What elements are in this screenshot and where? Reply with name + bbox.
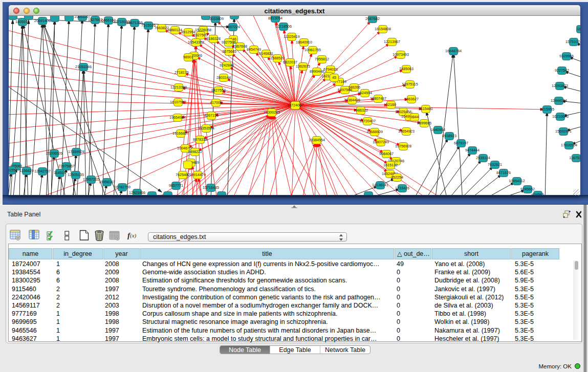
svg-text:17957265: 17957265 xyxy=(83,177,99,182)
svg-text:19166827: 19166827 xyxy=(172,131,189,136)
svg-text:114519: 114519 xyxy=(54,170,66,175)
svg-text:17016504: 17016504 xyxy=(561,143,577,147)
svg-text:9115460: 9115460 xyxy=(419,106,432,111)
svg-text:417006: 417006 xyxy=(210,100,222,105)
svg-text:62160: 62160 xyxy=(386,102,396,107)
svg-text:9857771: 9857771 xyxy=(169,183,183,188)
svg-text:18807249: 18807249 xyxy=(373,140,389,144)
svg-text:9329966: 9329966 xyxy=(559,54,574,58)
svg-text:9844: 9844 xyxy=(410,115,419,119)
svg-text:2087682: 2087682 xyxy=(365,16,380,21)
svg-text:16210643: 16210643 xyxy=(552,114,569,119)
svg-text:16782759: 16782759 xyxy=(114,185,130,189)
svg-text:12923466: 12923466 xyxy=(129,190,145,195)
svg-text:14136141: 14136141 xyxy=(372,183,388,187)
svg-text:924565: 924565 xyxy=(532,192,544,195)
svg-text:23975867: 23975867 xyxy=(58,164,75,168)
svg-text:20691406: 20691406 xyxy=(34,18,51,23)
svg-text:2718176: 2718176 xyxy=(175,70,189,75)
svg-text:20206526: 20206526 xyxy=(46,151,62,156)
svg-text:1640954: 1640954 xyxy=(431,127,445,132)
svg-text:16914479: 16914479 xyxy=(189,172,206,177)
svg-text:21364436: 21364436 xyxy=(344,98,360,102)
svg-text:7625402: 7625402 xyxy=(176,172,190,177)
svg-text:10654112: 10654112 xyxy=(509,179,525,183)
svg-text:8186328: 8186328 xyxy=(206,36,221,41)
svg-text:16671355: 16671355 xyxy=(126,20,143,25)
svg-text:45: 45 xyxy=(332,75,336,80)
svg-text:8990448: 8990448 xyxy=(310,69,324,74)
svg-text:18640910: 18640910 xyxy=(296,40,312,45)
svg-text:1588520: 1588520 xyxy=(270,56,285,60)
svg-text:6794028: 6794028 xyxy=(323,67,338,72)
svg-text:98901: 98901 xyxy=(183,55,193,59)
svg-text:12942737: 12942737 xyxy=(34,169,51,173)
svg-text:12505135: 12505135 xyxy=(68,172,84,177)
svg-text:1167533: 1167533 xyxy=(569,156,580,160)
svg-text:8938923: 8938923 xyxy=(442,134,456,138)
svg-text:3498222: 3498222 xyxy=(188,149,202,154)
svg-text:9327503: 9327503 xyxy=(193,33,208,37)
svg-text:19756928: 19756928 xyxy=(395,144,411,148)
svg-text:9242843: 9242843 xyxy=(220,63,234,68)
svg-text:11325419: 11325419 xyxy=(284,34,299,39)
svg-text:8471676: 8471676 xyxy=(496,170,511,175)
svg-text:21053346: 21053346 xyxy=(75,64,92,69)
svg-text:19384554: 19384554 xyxy=(309,138,325,142)
svg-text:12444154: 12444154 xyxy=(551,98,567,103)
svg-text:23300203: 23300203 xyxy=(264,110,280,115)
svg-text:9474444: 9474444 xyxy=(465,148,480,152)
svg-text:1117: 1117 xyxy=(577,27,580,31)
svg-text:15692971: 15692971 xyxy=(555,129,572,134)
svg-text:12975115: 12975115 xyxy=(402,82,418,86)
svg-text:12218506: 12218506 xyxy=(275,24,292,29)
svg-text:10961755: 10961755 xyxy=(304,48,321,52)
svg-text:8427552: 8427552 xyxy=(211,88,226,93)
svg-text:18724007: 18724007 xyxy=(287,103,303,107)
svg-text:9245652: 9245652 xyxy=(520,187,535,191)
svg-text:1733426: 1733426 xyxy=(395,186,409,190)
svg-text:16543362: 16543362 xyxy=(188,40,204,45)
svg-text:1405571: 1405571 xyxy=(15,19,30,24)
svg-text:1362615: 1362615 xyxy=(296,64,310,69)
svg-text:16648784: 16648784 xyxy=(445,49,462,53)
svg-text:1156829: 1156829 xyxy=(19,168,33,173)
svg-text:19654923: 19654923 xyxy=(398,129,415,134)
svg-text:17359928: 17359928 xyxy=(68,149,84,154)
svg-text:8267150: 8267150 xyxy=(204,113,219,118)
svg-text:7955812: 7955812 xyxy=(315,57,329,61)
svg-text:6497568: 6497568 xyxy=(338,87,352,92)
svg-text:9084067: 9084067 xyxy=(379,151,394,156)
svg-text:3624554: 3624554 xyxy=(358,91,372,95)
svg-text:12213389: 12213389 xyxy=(170,85,187,90)
svg-text:15751074: 15751074 xyxy=(565,39,580,44)
svg-text:2935114: 2935114 xyxy=(476,156,490,160)
svg-text:16154808: 16154808 xyxy=(375,27,391,31)
svg-text:7357224: 7357224 xyxy=(226,25,240,29)
svg-text:8878334: 8878334 xyxy=(193,137,207,142)
svg-text:7986322: 7986322 xyxy=(354,108,368,113)
svg-text:2367608: 2367608 xyxy=(233,44,247,49)
svg-text:15716485: 15716485 xyxy=(203,185,219,190)
svg-text:16107553: 16107553 xyxy=(170,100,186,104)
svg-text:19654984: 19654984 xyxy=(169,115,186,120)
svg-text:7632621: 7632621 xyxy=(488,162,502,167)
svg-text:2803144: 2803144 xyxy=(216,75,231,80)
svg-text:6879197: 6879197 xyxy=(454,141,468,145)
svg-text:3675685: 3675685 xyxy=(222,49,236,54)
svg-text:9227542: 9227542 xyxy=(555,68,569,73)
svg-text:(x): (x) xyxy=(130,232,137,239)
svg-text:7515526: 7515526 xyxy=(141,23,156,28)
svg-text:7663822: 7663822 xyxy=(155,26,169,30)
svg-text:1527602: 1527602 xyxy=(88,17,102,22)
svg-text:7485063: 7485063 xyxy=(399,67,413,71)
svg-text:9146821: 9146821 xyxy=(259,51,273,56)
svg-text:252254: 252254 xyxy=(391,175,403,180)
svg-text:11353594: 11353594 xyxy=(198,126,214,130)
svg-text:8215955: 8215955 xyxy=(540,107,554,112)
svg-text:1615132: 1615132 xyxy=(383,163,398,167)
svg-text:15720407: 15720407 xyxy=(359,119,376,123)
svg-text:10688609: 10688609 xyxy=(366,129,383,134)
svg-text:12213967: 12213967 xyxy=(384,39,400,44)
svg-text:19958107: 19958107 xyxy=(99,180,115,184)
